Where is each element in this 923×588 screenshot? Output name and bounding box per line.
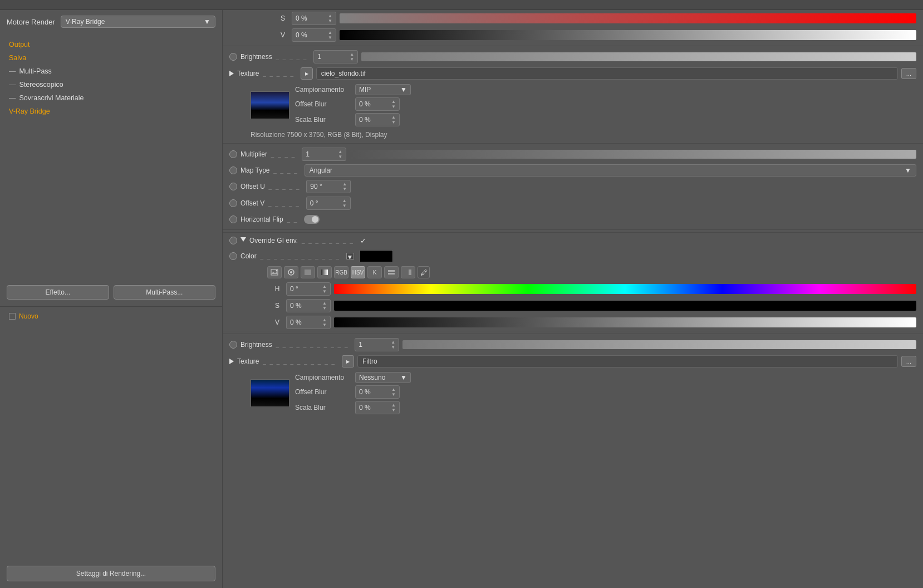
override-gi-radio[interactable] [229, 237, 237, 244]
campionamento-dropdown-2[interactable]: Nessuno ▼ [355, 372, 411, 383]
texture-triangle-2[interactable] [229, 359, 234, 364]
scala-blur-row-2: Scala Blur 0 % ▲▼ [295, 401, 916, 414]
offset-u-radio[interactable] [229, 183, 237, 190]
sidebar-item-salva[interactable]: Salva [0, 51, 222, 65]
scala-blur-arrows-1[interactable]: ▲▼ [391, 115, 396, 125]
brightness-spinner-2[interactable]: 1 ▲▼ [355, 338, 399, 351]
offset-u-row: Offset U _ _ _ _ _ 90 ° ▲▼ [223, 178, 923, 195]
multipass-button[interactable]: Multi-Pass... [114, 285, 216, 300]
maptype-row: Map Type _ _ _ _ Angular ▼ [223, 163, 923, 178]
value-bar [340, 30, 916, 40]
texture-browse-btn-2[interactable]: ... [901, 356, 916, 367]
offset-blur-arrows-2[interactable]: ▲▼ [391, 387, 396, 397]
s-spinner[interactable]: 0 % ▲▼ [292, 12, 336, 25]
brightness-radio-1[interactable] [229, 53, 237, 61]
eyedropper-btn[interactable]: 🖉 [418, 266, 430, 278]
nav-item-label: Multi-Pass [19, 67, 52, 75]
brightness-spinner-arrows-1[interactable]: ▲▼ [350, 52, 354, 62]
texture-browse-btn-1[interactable]: ... [901, 68, 916, 79]
texture-filename-1[interactable]: cielo_sfondo.tif [316, 67, 898, 80]
color-radio[interactable] [229, 252, 237, 260]
sidebar-item-output[interactable]: Output [0, 38, 222, 51]
svg-marker-1 [271, 272, 278, 274]
offset-u-label: Offset U _ _ _ _ _ [240, 183, 303, 190]
hsv-btn[interactable]: HSV [351, 266, 365, 278]
multiplier-radio[interactable] [229, 150, 237, 158]
sidebar-item-vray[interactable]: V-Ray Bridge [0, 105, 222, 118]
campionamento-label-1: Campionamento [295, 86, 351, 94]
wheel-icon-btn[interactable] [284, 266, 298, 278]
svg-point-4 [290, 271, 292, 273]
effetto-button[interactable]: Effetto... [7, 285, 109, 300]
scala-blur-arrows-2[interactable]: ▲▼ [391, 403, 396, 413]
s-color-spinner[interactable]: 0 % ▲▼ [286, 299, 331, 312]
mix-icon-btn[interactable] [401, 266, 415, 278]
nav-item-label: Output [9, 41, 30, 48]
render-engine-dropdown[interactable]: V-Ray Bridge ▼ [61, 16, 215, 28]
override-gi-check: ✓ [360, 237, 366, 245]
horizontal-flip-radio[interactable] [229, 215, 237, 223]
offset-u-spinner[interactable]: 90 ° ▲▼ [306, 180, 351, 193]
offset-blur-spinner-2[interactable]: 0 % ▲▼ [355, 385, 400, 399]
maptype-radio[interactable] [229, 166, 237, 174]
drag-bar [0, 0, 923, 10]
offset-blur-row-2: Offset Blur 0 % ▲▼ [295, 385, 916, 399]
multiplier-spinner[interactable]: 1 ▲▼ [302, 148, 346, 161]
nuovo-checkbox[interactable] [9, 313, 16, 320]
offset-v-spinner[interactable]: 0 ° ▲▼ [306, 197, 351, 210]
offset-v-row: Offset V _ _ _ _ _ 0 ° ▲▼ [223, 195, 923, 212]
play-icon: ▶ [305, 71, 308, 76]
svg-rect-10 [409, 270, 411, 275]
sidebar-item-multipass[interactable]: — Multi-Pass [0, 65, 222, 78]
nuovo-label: Nuovo [19, 312, 38, 320]
texture-play-btn-1[interactable]: ▶ [301, 67, 313, 80]
multiplier-label: Multiplier _ _ _ _ [240, 150, 298, 158]
s-spinner-arrows[interactable]: ▲▼ [328, 13, 332, 23]
scala-blur-spinner-2[interactable]: 0 % ▲▼ [355, 401, 400, 414]
campionamento-dropdown-1[interactable]: MIP ▼ [355, 84, 411, 95]
svg-rect-9 [405, 270, 408, 275]
v-color-spinner[interactable]: 0 % ▲▼ [286, 316, 331, 329]
maptype-arrow-icon: ▼ [905, 166, 911, 174]
multiplier-spinner-arrows[interactable]: ▲▼ [338, 149, 342, 159]
horizontal-flip-toggle[interactable] [304, 215, 320, 224]
texture-filename-2[interactable]: Filtro [357, 355, 898, 367]
color-swatch[interactable] [360, 250, 393, 262]
image-icon-btn[interactable] [267, 266, 282, 278]
texture-row-1: Texture _ _ _ _ _ ▶ cielo_sfondo.tif ... [223, 65, 923, 82]
gradient-icon-btn[interactable] [317, 266, 332, 278]
s-color-arrows[interactable]: ▲▼ [322, 301, 327, 311]
h-spinner-arrows[interactable]: ▲▼ [322, 284, 327, 294]
brightness-label-1: Brightness _ _ _ _ _ [240, 53, 310, 61]
offset-v-arrows[interactable]: ▲▼ [342, 198, 347, 208]
solid-icon-btn[interactable] [301, 266, 315, 278]
offset-blur-value-1: 0 % [359, 100, 371, 108]
brightness-spinner-1[interactable]: 1 ▲▼ [313, 50, 358, 63]
settings-button[interactable]: Settaggi di Rendering... [7, 566, 215, 581]
brightness-radio-2[interactable] [229, 341, 237, 349]
scala-blur-spinner-1[interactable]: 0 % ▲▼ [355, 113, 400, 126]
layers-icon-btn[interactable] [384, 266, 399, 278]
override-gi-triangle[interactable] [240, 237, 246, 244]
v-spinner[interactable]: 0 % ▲▼ [292, 28, 336, 42]
offset-v-radio[interactable] [229, 199, 237, 207]
brightness-spinner-arrows-2[interactable]: ▲▼ [391, 340, 395, 350]
sidebar-item-stereoscopico[interactable]: — Stereoscopico [0, 78, 222, 91]
texture-play-btn-2[interactable]: ▶ [342, 355, 354, 367]
brightness-value-1: 1 [317, 53, 321, 61]
offset-u-arrows[interactable]: ▲▼ [342, 182, 347, 192]
color-dropdown-arrow[interactable]: ▼ [346, 253, 354, 259]
texture-triangle-1[interactable] [229, 71, 234, 76]
maptype-dropdown[interactable]: Angular ▼ [305, 164, 916, 177]
k-btn[interactable]: K [367, 266, 382, 278]
h-spinner[interactable]: 0 ° ▲▼ [286, 282, 331, 296]
v-spinner-arrows[interactable]: ▲▼ [328, 30, 332, 40]
sidebar-item-sovrascrivi[interactable]: — Sovrascrivi Materiale [0, 91, 222, 105]
override-gi-label: Override GI env. _ _ _ _ _ _ _ _ [249, 237, 357, 244]
rgb-btn[interactable]: RGB [334, 266, 348, 278]
h-row: H 0 ° ▲▼ [223, 281, 923, 297]
h-label: H [272, 285, 283, 293]
v-color-arrows[interactable]: ▲▼ [322, 317, 327, 327]
offset-blur-arrows-1[interactable]: ▲▼ [391, 99, 396, 109]
offset-blur-spinner-1[interactable]: 0 % ▲▼ [355, 97, 400, 111]
